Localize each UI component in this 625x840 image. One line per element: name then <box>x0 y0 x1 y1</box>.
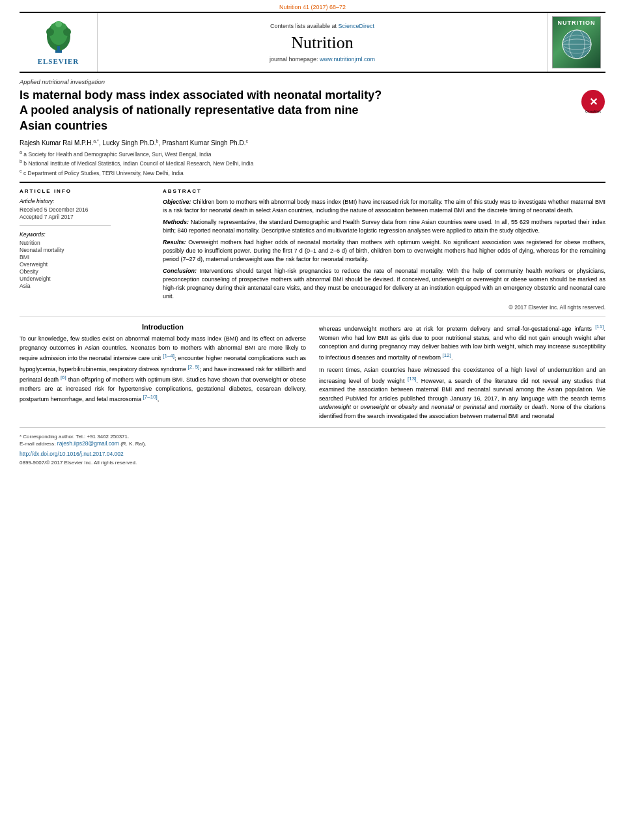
article-title: Is maternal body mass index associated w… <box>20 88 382 133</box>
elsevier-logo: ELSEVIER <box>36 20 81 65</box>
abstract-column: ABSTRACT Objective: Children born to mot… <box>163 188 605 311</box>
results-text: Overweight mothers had higher odds of ne… <box>163 239 605 262</box>
author3-sup: c <box>245 139 248 143</box>
crossmark-icon[interactable]: ✕ CrossMark <box>581 89 605 114</box>
methods-text: Nationally representative, the standard … <box>163 219 605 234</box>
ref-13[interactable]: [13] <box>408 376 416 382</box>
authors-line: Rajesh Kumar Rai M.P.H.a,*, Lucky Singh … <box>20 139 605 147</box>
article-area: Applied nutritional investigation Is mat… <box>20 73 605 311</box>
affiliations: a a Society for Health and Demographic S… <box>20 150 605 178</box>
info-abstract-section: ARTICLE INFO Article history: Received 5… <box>20 182 605 311</box>
conclusion-text: Interventions should target high-risk pr… <box>163 268 605 300</box>
homepage-prefix: journal homepage: <box>270 56 318 63</box>
methods-label: Methods: <box>163 219 189 225</box>
ref-12[interactable]: [12] <box>443 352 451 358</box>
keyword-nutrition: Nutrition <box>20 240 150 246</box>
introduction-heading: Introduction <box>20 323 306 331</box>
corresponding-note: * Corresponding author. Tel.: +91 3462 2… <box>20 434 129 440</box>
objective-text: Children born to mothers with abnormal b… <box>163 199 605 214</box>
footer-area: * Corresponding author. Tel.: +91 3462 2… <box>20 427 605 466</box>
intro-para1: To our knowledge, few studies exist on a… <box>20 335 306 404</box>
cover-title-text: NUTRITION <box>558 20 596 26</box>
email-label: E-mail address: <box>20 441 56 447</box>
article-info-column: ARTICLE INFO Article history: Received 5… <box>20 188 150 311</box>
abstract-results: Results: Overweight mothers had higher o… <box>163 238 605 264</box>
keyword-underweight: Underweight <box>20 275 150 282</box>
svg-text:CrossMark: CrossMark <box>585 109 602 113</box>
author2-name: Lucky Singh Ph.D. <box>102 140 156 147</box>
homepage-line: journal homepage: www.nutritionjrnl.com <box>270 56 375 63</box>
author2-sup: b <box>156 139 159 143</box>
keyword-overweight: Overweight <box>20 261 150 268</box>
svg-text:✕: ✕ <box>589 96 598 107</box>
author3-name: Prashant Kumar Singh Ph.D. <box>162 140 245 147</box>
footer-corresponding: * Corresponding author. Tel.: +91 3462 2… <box>20 433 605 440</box>
doi-link[interactable]: http://dx.doi.org/10.1016/j.nut.2017.04.… <box>20 451 124 457</box>
elsevier-tree-icon <box>36 20 81 56</box>
conclusion-label: Conclusion: <box>163 268 197 274</box>
abstract-objective: Objective: Children born to mothers with… <box>163 198 605 215</box>
body-right-column: whereas underweight mothers are at risk … <box>319 323 605 425</box>
results-label: Results: <box>163 239 186 245</box>
objective-label: Objective: <box>163 199 191 205</box>
journal-cover-area: NUTRITION <box>547 13 605 72</box>
abstract-methods: Methods: Nationally representative, the … <box>163 218 605 235</box>
journal-title: Nutrition <box>291 33 353 53</box>
body-left-column: Introduction To our knowledge, few studi… <box>20 323 306 425</box>
ref-11[interactable]: [11] <box>595 324 604 329</box>
ref-7-10[interactable]: [7–10] <box>143 394 158 400</box>
page: Nutrition 41 (2017) 68–72 ELSEVIER <box>0 0 625 840</box>
keyword-obesity: Obesity <box>20 268 150 275</box>
footer-email-line: E-mail address: rajesh.iips28@gmail.com … <box>20 440 605 448</box>
author1-sup: a,* <box>93 139 99 143</box>
keywords-label: Keywords: <box>20 231 150 238</box>
keyword-asia: Asia <box>20 283 150 289</box>
sciencedirect-line: Contents lists available at ScienceDirec… <box>270 23 374 29</box>
affiliation-c: c c Department of Policy Studies, TERI U… <box>20 169 605 178</box>
intro-para3: In recent times, Asian countries have wi… <box>319 366 605 421</box>
journal-cover-image: NUTRITION <box>552 16 601 68</box>
email-note: (R. K. Rai). <box>120 441 146 447</box>
affiliation-a: a a Society for Health and Demographic S… <box>20 150 605 159</box>
journal-header: ELSEVIER Contents lists available at Sci… <box>20 12 605 73</box>
copyright-notice: © 2017 Elsevier Inc. All rights reserved… <box>163 304 605 311</box>
issn-text: 0899-9007/© 2017 Elsevier Inc. All right… <box>20 460 137 466</box>
received-date: Received 5 December 2016 <box>20 206 150 213</box>
author1-name: Rajesh Kumar Rai M.P.H. <box>20 140 93 147</box>
body-columns: Introduction To our knowledge, few studi… <box>20 323 605 425</box>
intro-para2: whereas underweight mothers are at risk … <box>319 323 605 362</box>
keyword-bmi: BMI <box>20 254 150 260</box>
email-link[interactable]: rajesh.iips28@gmail.com <box>57 440 119 447</box>
ref-1-4[interactable]: [1–4] <box>163 353 174 359</box>
keyword-neonatal-mortality: Neonatal mortality <box>20 247 150 253</box>
accepted-date: Accepted 7 April 2017 <box>20 214 150 220</box>
article-info-heading: ARTICLE INFO <box>20 188 150 194</box>
journal-reference: Nutrition 41 (2017) 68–72 <box>0 0 625 12</box>
svg-point-7 <box>55 21 62 27</box>
affiliation-b: b b National Institute of Medical Statis… <box>20 159 605 168</box>
sciencedirect-link[interactable]: ScienceDirect <box>339 23 375 29</box>
article-type-label: Applied nutritional investigation <box>20 78 605 85</box>
homepage-link[interactable]: www.nutritionjrnl.com <box>320 56 375 63</box>
ref-6[interactable]: [6] <box>61 374 66 380</box>
body-area: Introduction To our knowledge, few studi… <box>20 316 605 425</box>
sciencedirect-prefix: Contents lists available at <box>270 23 337 29</box>
elsevier-brand-text: ELSEVIER <box>38 57 79 65</box>
title-row: Is maternal body mass index associated w… <box>20 88 605 139</box>
abstract-conclusion: Conclusion: Interventions should target … <box>163 267 605 301</box>
cover-globe-icon <box>561 28 593 61</box>
info-divider <box>20 225 111 226</box>
elsevier-logo-area: ELSEVIER <box>20 13 98 72</box>
abstract-heading: ABSTRACT <box>163 188 605 194</box>
article-history-label: Article history: <box>20 198 150 204</box>
journal-title-area: Contents lists available at ScienceDirec… <box>98 13 547 72</box>
ref-2-5[interactable]: [2, 5] <box>188 364 200 370</box>
